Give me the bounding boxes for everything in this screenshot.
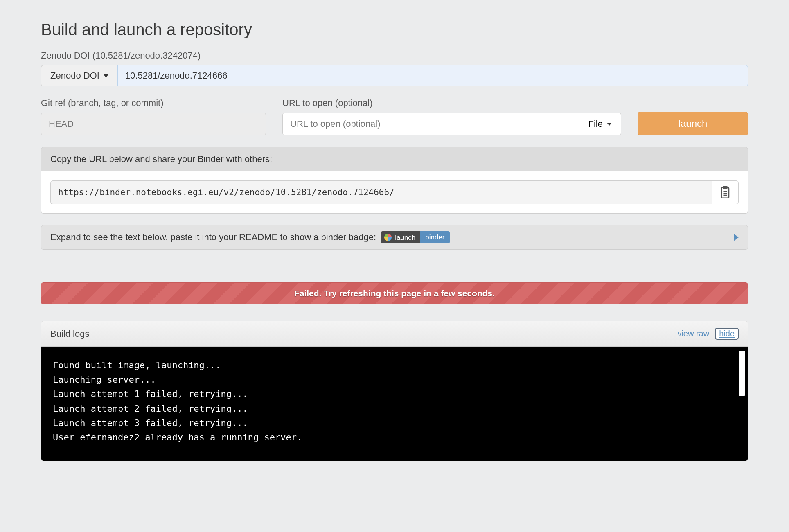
expand-arrow-icon <box>734 234 739 241</box>
provider-input-group: Zenodo DOI <box>41 65 748 86</box>
share-header: Copy the URL below and share your Binder… <box>41 147 748 171</box>
badge-panel-text: Expand to see the text below, paste it i… <box>50 232 376 243</box>
error-banner: Failed. Try refreshing this page in a fe… <box>41 282 748 304</box>
caret-down-icon <box>104 74 108 77</box>
urlpath-type-label: File <box>588 119 603 129</box>
caret-down-icon <box>607 123 612 126</box>
urlpath-type-dropdown[interactable]: File <box>579 113 621 135</box>
binder-badge: launch binder <box>381 231 449 243</box>
provider-label: Zenodo DOI (10.5281/zenodo.3242074) <box>41 50 748 61</box>
logs-scrollbar[interactable] <box>739 351 745 396</box>
badge-left-text: launch <box>395 234 415 241</box>
ref-input[interactable] <box>41 113 266 135</box>
launch-button[interactable]: launch <box>638 112 748 135</box>
logs-output[interactable]: Found built image, launching... Launchin… <box>41 347 748 461</box>
binder-logo-icon <box>384 234 392 241</box>
page-title: Build and launch a repository <box>41 20 748 39</box>
clipboard-icon <box>719 186 731 199</box>
provider-dropdown[interactable]: Zenodo DOI <box>41 65 117 86</box>
ref-label: Git ref (branch, tag, or commit) <box>41 98 266 108</box>
badge-expand-panel[interactable]: Expand to see the text below, paste it i… <box>41 225 748 250</box>
provider-dropdown-label: Zenodo DOI <box>50 70 99 81</box>
share-panel: Copy the URL below and share your Binder… <box>41 147 748 214</box>
logs-title: Build logs <box>50 329 89 339</box>
repo-input[interactable] <box>117 65 748 86</box>
badge-right-text: binder <box>420 231 449 243</box>
view-raw-link[interactable]: view raw <box>677 329 709 338</box>
hide-logs-button[interactable]: hide <box>715 328 739 340</box>
copy-url-button[interactable] <box>712 180 739 204</box>
logs-text: Found built image, launching... Launchin… <box>53 360 302 442</box>
share-url-input[interactable] <box>50 180 712 204</box>
build-logs-panel: Build logs view raw hide Found built ima… <box>41 321 748 461</box>
urlpath-input[interactable] <box>282 113 579 135</box>
urlpath-label: URL to open (optional) <box>282 98 621 108</box>
